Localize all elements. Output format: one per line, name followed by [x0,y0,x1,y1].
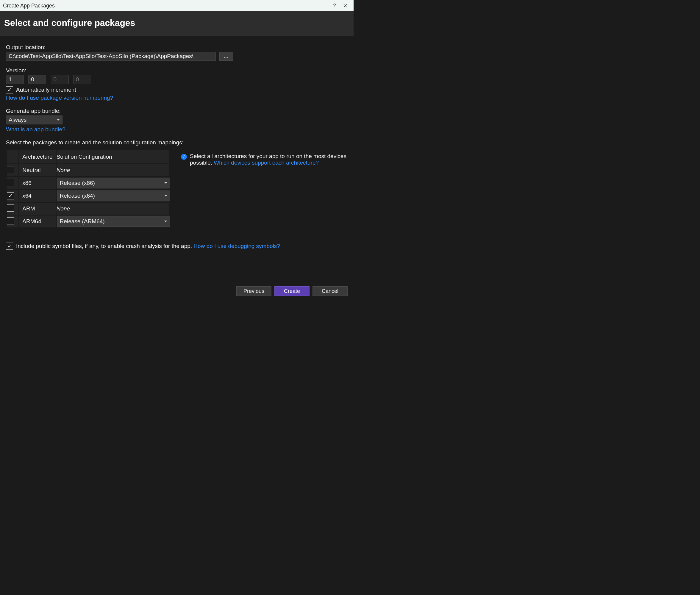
configuration-value: Release (x86) [60,180,95,186]
version-group: Version: . . . Automatically increment H… [6,67,348,101]
version-build-input[interactable] [51,75,69,84]
auto-increment-checkbox[interactable] [6,86,13,93]
col-header-architecture: Architecture [19,150,55,163]
package-checkbox-neutral[interactable] [7,166,14,173]
auto-increment-label: Automatically increment [16,87,76,93]
version-help-link[interactable]: How do I use package version numbering? [6,95,113,101]
create-button[interactable]: Create [274,286,310,296]
bundle-select[interactable]: Always [6,115,62,124]
browse-button[interactable]: ... [220,52,233,61]
page-header: Select and configure packages [0,11,354,36]
include-symbols-checkbox[interactable] [6,243,13,250]
packages-table: Architecture Solution Configuration Neut… [6,149,170,228]
bundle-help-link[interactable]: What is an app bundle? [6,126,65,133]
table-row: ARM64Release (ARM64) [7,216,169,227]
symbols-help-link[interactable]: How do I use debugging symbols? [194,243,280,249]
include-symbols-label: Include public symbol files, if any, to … [16,243,194,249]
configuration-value: Release (ARM64) [60,218,105,225]
version-dot: . [70,76,72,83]
help-button[interactable]: ? [329,0,340,11]
output-location-group: Output location: ... [6,44,348,61]
content-area: Output location: ... Version: . . . Auto… [0,36,354,283]
close-button[interactable] [340,0,351,11]
version-dot: . [25,76,27,83]
bundle-selected-value: Always [9,117,27,123]
package-checkbox-arm[interactable] [7,204,14,211]
architecture-info: i Select all architectures for your app … [181,153,348,166]
packages-group: Select the packages to create and the so… [6,139,348,228]
page-title: Select and configure packages [4,18,349,28]
architecture-cell: ARM [19,203,55,215]
architecture-cell: Neutral [19,164,55,176]
configuration-value: Release (x64) [60,193,95,199]
output-location-input[interactable] [6,52,216,61]
bundle-label: Generate app bundle: [6,108,348,114]
configuration-select-arm64[interactable]: Release (ARM64) [57,216,170,227]
package-checkbox-arm64[interactable] [7,217,14,224]
bundle-group: Generate app bundle: Always What is an a… [6,108,348,133]
titlebar: Create App Packages ? [0,0,354,11]
cancel-button[interactable]: Cancel [313,286,348,296]
version-dot: . [47,76,50,83]
architecture-cell: x64 [19,190,55,202]
col-header-configuration: Solution Configuration [57,150,169,163]
configuration-select-x86[interactable]: Release (x86) [57,178,170,189]
packages-label: Select the packages to create and the so… [6,139,348,146]
output-location-label: Output location: [6,44,348,51]
previous-button[interactable]: Previous [236,286,271,296]
configuration-select-x64[interactable]: Release (x64) [57,191,170,201]
table-row: x64Release (x64) [7,190,169,202]
configuration-none: None [57,203,169,215]
version-major-input[interactable] [6,75,24,84]
version-minor-input[interactable] [28,75,46,84]
table-row: ARMNone [7,203,169,215]
window-title: Create App Packages [3,3,329,9]
package-checkbox-x86[interactable] [7,179,14,186]
table-row: x86Release (x86) [7,177,169,189]
version-label: Version: [6,67,348,74]
table-row: NeutralNone [7,164,169,176]
close-icon [344,4,347,7]
package-checkbox-x64[interactable] [7,192,14,199]
architecture-cell: x86 [19,177,55,189]
col-header-check [7,150,19,163]
architecture-info-link[interactable]: Which devices support each architecture? [214,160,319,166]
footer: Previous Create Cancel [0,283,354,300]
configuration-none: None [57,164,169,176]
symbols-row: Include public symbol files, if any, to … [6,243,348,250]
info-icon: i [181,154,187,160]
version-revision-input[interactable] [73,75,91,84]
architecture-cell: ARM64 [19,216,55,227]
